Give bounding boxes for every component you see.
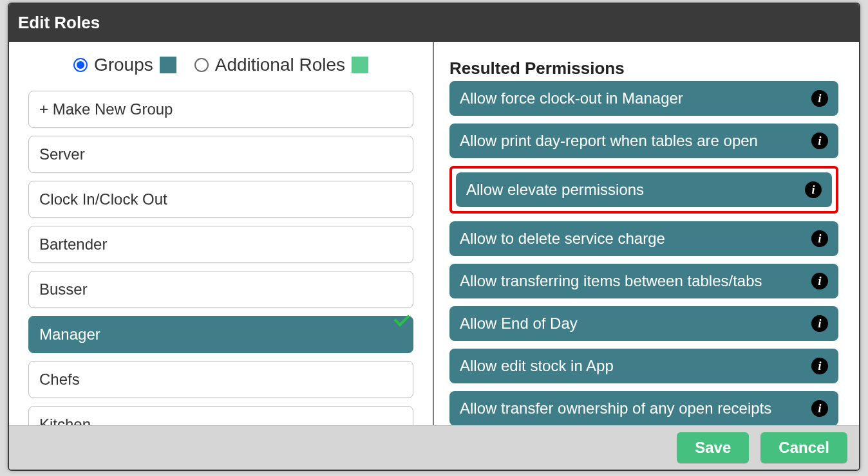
- permission-item[interactable]: Allow transfer ownership of any open rec…: [449, 391, 838, 425]
- permission-item[interactable]: Allow transferring items between tables/…: [449, 264, 838, 298]
- permission-item-wrap: Allow transfer ownership of any open rec…: [449, 391, 838, 425]
- group-item[interactable]: Manager: [28, 316, 413, 353]
- permissions-title: Resulted Permissions: [449, 59, 853, 78]
- permission-item-wrap: Allow force clock-out in Manageri: [449, 81, 838, 116]
- permission-item-wrap: Allow to delete service chargei: [449, 221, 838, 256]
- permission-item-wrap: Allow print day-report when tables are o…: [449, 124, 838, 158]
- info-icon[interactable]: i: [811, 358, 828, 374]
- radio-icon: [194, 58, 209, 72]
- groups-color-swatch: [160, 57, 176, 73]
- permission-item[interactable]: Allow edit stock in Appi: [449, 349, 838, 383]
- permission-label: Allow force clock-out in Manager: [460, 89, 804, 108]
- make-new-group-button[interactable]: + Make New Group: [28, 91, 413, 128]
- permission-item[interactable]: Allow to delete service chargei: [449, 221, 838, 256]
- permission-label: Allow to delete service charge: [460, 229, 804, 248]
- permission-item-wrap: Allow edit stock in Appi: [449, 349, 838, 383]
- permission-item[interactable]: Allow print day-report when tables are o…: [449, 124, 838, 158]
- info-icon[interactable]: i: [805, 181, 822, 198]
- right-pane: Resulted Permissions Allow force clock-o…: [434, 42, 859, 425]
- permission-item[interactable]: Allow force clock-out in Manageri: [449, 81, 838, 116]
- radio-additional-roles[interactable]: Additional Roles: [194, 55, 368, 75]
- info-icon[interactable]: i: [811, 400, 828, 417]
- permission-item-highlighted: Allow elevate permissionsi: [449, 166, 838, 214]
- group-item[interactable]: Server: [28, 136, 413, 173]
- group-list: + Make New Group ServerClock In/Clock Ou…: [28, 91, 413, 425]
- mode-radio-row: Groups Additional Roles: [28, 55, 413, 75]
- modal-footer: Save Cancel: [9, 425, 859, 470]
- permissions-scroll[interactable]: Allow force clock-out in ManageriAllow p…: [449, 81, 853, 425]
- permission-item-wrap: Allow End of Dayi: [449, 306, 838, 341]
- modal-title: Edit Roles: [9, 4, 859, 42]
- additional-color-swatch: [352, 57, 368, 73]
- group-item[interactable]: Clock In/Clock Out: [28, 181, 413, 218]
- edit-roles-modal: Edit Roles Groups Additional Roles + Mak…: [8, 3, 860, 471]
- save-button[interactable]: Save: [677, 432, 749, 463]
- permission-item[interactable]: Allow End of Dayi: [449, 306, 838, 341]
- permission-label: Allow End of Day: [460, 314, 804, 333]
- permission-label: Allow elevate permissions: [466, 180, 797, 199]
- permission-item-wrap: Allow transferring items between tables/…: [449, 264, 838, 298]
- info-icon[interactable]: i: [811, 273, 828, 289]
- permission-item[interactable]: Allow elevate permissionsi: [456, 172, 832, 207]
- info-icon[interactable]: i: [811, 230, 828, 247]
- permission-label: Allow print day-report when tables are o…: [460, 131, 804, 151]
- group-item[interactable]: Chefs: [28, 361, 413, 398]
- radio-groups[interactable]: Groups: [73, 55, 176, 75]
- permission-label: Allow edit stock in App: [460, 356, 804, 376]
- cancel-button[interactable]: Cancel: [760, 432, 847, 463]
- left-pane: Groups Additional Roles + Make New Group…: [9, 42, 434, 425]
- group-item[interactable]: Busser: [28, 271, 413, 308]
- permission-label: Allow transferring items between tables/…: [460, 271, 804, 291]
- permission-label: Allow transfer ownership of any open rec…: [460, 399, 804, 418]
- info-icon[interactable]: i: [811, 315, 828, 332]
- radio-additional-label: Additional Roles: [215, 55, 345, 75]
- radio-groups-label: Groups: [94, 55, 153, 75]
- radio-icon: [73, 58, 88, 72]
- group-item[interactable]: Kitchen: [28, 406, 413, 425]
- info-icon[interactable]: i: [811, 133, 828, 149]
- group-item[interactable]: Bartender: [28, 226, 413, 263]
- info-icon[interactable]: i: [811, 90, 828, 107]
- modal-body: Groups Additional Roles + Make New Group…: [9, 42, 859, 425]
